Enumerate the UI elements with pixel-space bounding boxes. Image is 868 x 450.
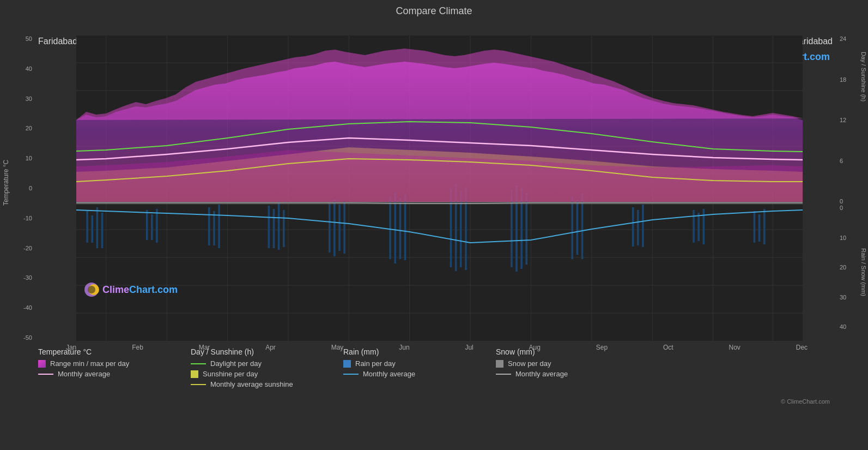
brand-text-bl: ClimeChart.com <box>102 284 178 296</box>
svg-rect-59 <box>632 207 634 247</box>
chart-area: ClimeChart.com <box>76 35 803 341</box>
svg-rect-34 <box>213 211 215 245</box>
svg-rect-29 <box>101 213 104 248</box>
legend-snow-bar: Snow per day <box>496 358 648 369</box>
chart-svg <box>76 35 803 341</box>
svg-rect-40 <box>329 203 331 253</box>
svg-rect-38 <box>278 203 280 250</box>
legend-snow-swatch <box>496 360 503 368</box>
month-apr: Apr <box>265 344 276 351</box>
legend-rain-avg: Monthly average <box>343 369 496 379</box>
month-jun: Jun <box>399 344 409 351</box>
legend-temp-range-swatch <box>38 360 46 368</box>
svg-rect-30 <box>146 210 148 240</box>
legend-sunshine-swatch <box>191 370 198 378</box>
legend-temp-avg: Monthly average <box>38 369 191 379</box>
legend-sunshine-avg-line <box>191 384 206 385</box>
svg-rect-66 <box>758 214 761 242</box>
x-axis-labels: Jan Feb Mar Apr May Jun Jul Aug Sep Oct … <box>38 344 835 351</box>
month-jan: Jan <box>66 344 76 351</box>
legend-snow-avg-line <box>496 374 511 375</box>
legend-rain-label: Rain per day <box>355 359 396 368</box>
month-jul: Jul <box>465 344 473 351</box>
y-axis-left: 50 40 30 20 10 0 -10 -20 -30 -40 -50 <box>0 35 35 341</box>
svg-rect-60 <box>637 210 639 245</box>
svg-rect-43 <box>343 202 345 254</box>
svg-rect-57 <box>576 200 579 255</box>
svg-rect-37 <box>273 209 275 248</box>
svg-rect-65 <box>754 211 756 243</box>
location-label-left: Faridabad <box>38 37 77 46</box>
page-container: Compare Climate Faridabad Faridabad Clim… <box>0 0 868 450</box>
svg-rect-36 <box>268 206 270 248</box>
month-mar: Mar <box>199 344 210 351</box>
legend-temp-avg-line <box>38 374 53 375</box>
svg-rect-44 <box>389 196 391 259</box>
legend-sunshine-avg: Monthly average sunshine <box>191 379 343 389</box>
legend-rain-swatch <box>343 360 351 368</box>
legend-temp-range-label: Range min / max per day <box>50 359 129 368</box>
legend-temp-avg-label: Monthly average <box>58 370 110 378</box>
legend-daylight-label: Daylight per day <box>210 359 262 368</box>
legend-rain-group: Rain (mm) Rain per day Monthly average <box>343 347 496 389</box>
legend-rain-bar: Rain per day <box>343 358 496 369</box>
chart-container: Faridabad Faridabad ClimeChart.com Tempe… <box>0 19 868 341</box>
month-nov: Nov <box>729 344 740 351</box>
legend-snow-avg: Monthly average <box>496 369 648 379</box>
svg-rect-28 <box>96 207 99 248</box>
legend-rain-avg-label: Monthly average <box>363 370 415 378</box>
svg-rect-33 <box>208 207 210 245</box>
legend-sunshine-avg-label: Monthly average sunshine <box>210 380 293 388</box>
month-sep: Sep <box>596 344 608 351</box>
month-oct: Oct <box>663 344 673 351</box>
legend-daylight: Daylight per day <box>191 358 343 369</box>
svg-rect-39 <box>283 210 285 247</box>
month-dec: Dec <box>796 344 808 351</box>
svg-rect-67 <box>763 209 766 244</box>
svg-rect-27 <box>91 215 93 243</box>
legend-rain-avg-line <box>343 374 359 375</box>
svg-rect-62 <box>693 210 695 243</box>
y-axis-label-right-bottom: Rain / Snow (mm) <box>860 248 867 296</box>
copyright: © ClimeChart.com <box>0 398 868 407</box>
legend-snow-group: Snow (mm) Snow per day Monthly average <box>496 347 648 389</box>
legend-temp-range: Range min / max per day <box>38 358 191 369</box>
chart-title: Compare Climate <box>0 0 868 19</box>
month-feb: Feb <box>132 344 143 351</box>
month-aug: Aug <box>529 344 541 351</box>
svg-rect-31 <box>151 214 153 240</box>
legend-sunshine-label: Sunshine per day <box>203 370 258 378</box>
logo-icon-bl <box>84 282 99 297</box>
month-may: May <box>331 344 344 351</box>
svg-rect-64 <box>702 209 705 244</box>
brand-logo-bottom-left: ClimeChart.com <box>84 282 178 297</box>
svg-rect-35 <box>218 205 220 248</box>
legend-daylight-line <box>191 363 206 364</box>
svg-rect-46 <box>399 198 402 259</box>
svg-rect-63 <box>697 213 700 241</box>
svg-rect-42 <box>338 205 341 251</box>
legend-sunshine-group: Day / Sunshine (h) Daylight per day Suns… <box>191 347 343 389</box>
svg-rect-26 <box>86 210 88 243</box>
legend-snow-avg-label: Monthly average <box>515 370 568 378</box>
svg-rect-41 <box>333 199 336 256</box>
legend-temperature-group: Temperature °C Range min / max per day M… <box>38 347 191 389</box>
y-axis-label-right-top: Day / Sunshine (h) <box>860 52 867 101</box>
svg-rect-61 <box>642 205 644 247</box>
legend-snow-label: Snow per day <box>508 359 551 368</box>
svg-point-75 <box>88 286 95 293</box>
legend-sunshine-bar: Sunshine per day <box>191 369 343 379</box>
svg-rect-56 <box>571 196 573 259</box>
svg-rect-32 <box>156 209 158 243</box>
